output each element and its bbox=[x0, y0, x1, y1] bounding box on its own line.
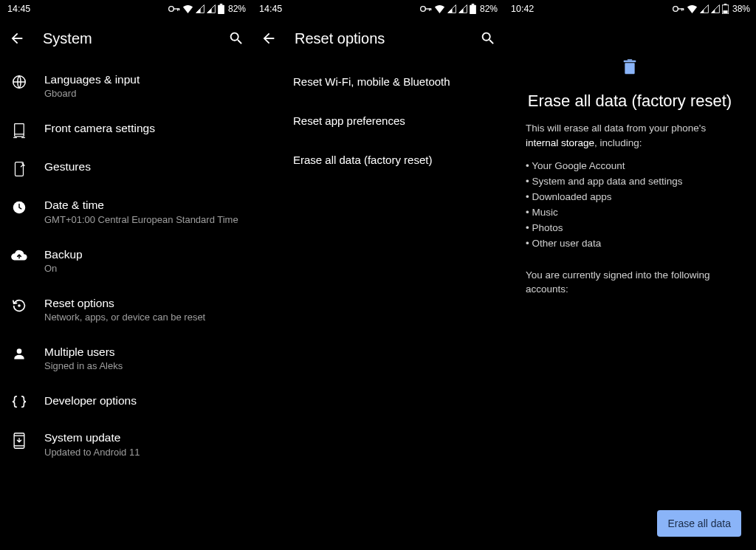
row-title: Languages & input bbox=[44, 72, 240, 86]
svg-rect-31 bbox=[625, 63, 634, 74]
screen-erase-all-data: 10:42 38% Erase all data (factory reset)… bbox=[504, 0, 756, 550]
signal-1-icon bbox=[447, 4, 456, 13]
row-languages-input[interactable]: Languages & input Gboard bbox=[0, 62, 252, 111]
person-icon bbox=[10, 345, 28, 361]
row-subtitle: Signed in as Aleks bbox=[44, 360, 240, 373]
battery-icon bbox=[218, 4, 224, 14]
erase-bullet: System and app data and settings bbox=[526, 174, 734, 190]
erase-bullet-list: Your Google Account System and app data … bbox=[524, 159, 735, 252]
erase-bullet: Your Google Account bbox=[526, 159, 734, 174]
svg-rect-26 bbox=[681, 8, 682, 10]
row-title: Reset options bbox=[44, 296, 240, 310]
row-title: Backup bbox=[44, 247, 240, 261]
back-button[interactable] bbox=[9, 30, 25, 47]
clock-icon bbox=[10, 198, 28, 216]
page-title: System bbox=[43, 30, 210, 47]
cloud-upload-icon bbox=[10, 247, 28, 262]
row-title: Erase all data (factory reset) bbox=[293, 154, 489, 166]
status-battery: 38% bbox=[732, 4, 750, 14]
svg-rect-2 bbox=[177, 8, 178, 10]
battery-icon bbox=[470, 4, 476, 14]
svg-rect-23 bbox=[472, 4, 475, 5]
wifi-icon bbox=[434, 4, 445, 13]
battery-icon bbox=[722, 4, 729, 14]
row-erase-all-data[interactable]: Erase all data (factory reset) bbox=[252, 140, 504, 179]
svg-rect-29 bbox=[724, 4, 727, 5]
wifi-icon bbox=[182, 4, 193, 13]
reset-options-list: Reset Wi-Fi, mobile & Bluetooth Reset ap… bbox=[252, 59, 504, 550]
svg-rect-22 bbox=[470, 5, 476, 14]
row-title: Front camera settings bbox=[44, 121, 240, 135]
svg-point-0 bbox=[169, 7, 174, 12]
row-reset-wifi-mobile-bt[interactable]: Reset Wi-Fi, mobile & Bluetooth bbox=[252, 62, 504, 101]
erase-bullet: Other user data bbox=[526, 236, 734, 252]
status-icons: 82% bbox=[168, 4, 246, 14]
back-button[interactable] bbox=[261, 30, 277, 47]
svg-point-14 bbox=[17, 348, 22, 354]
row-title: Reset Wi-Fi, mobile & Bluetooth bbox=[293, 75, 489, 88]
svg-rect-32 bbox=[624, 61, 636, 63]
status-icons: 38% bbox=[673, 4, 750, 14]
row-front-camera-settings[interactable]: Front camera settings bbox=[0, 111, 252, 149]
signal-1-icon bbox=[700, 4, 709, 13]
svg-rect-4 bbox=[218, 5, 224, 14]
row-developer-options[interactable]: Developer options bbox=[0, 383, 252, 420]
system-update-icon bbox=[10, 430, 28, 450]
row-title: Reset app preferences bbox=[293, 114, 489, 127]
erase-accounts-note: You are currently signed into the follow… bbox=[524, 268, 735, 297]
row-reset-app-preferences[interactable]: Reset app preferences bbox=[252, 101, 504, 140]
row-title: Developer options bbox=[44, 393, 240, 408]
erase-all-data-button[interactable]: Erase all data bbox=[657, 510, 741, 537]
row-subtitle: Updated to Android 11 bbox=[44, 447, 240, 459]
row-date-time[interactable]: Date & time GMT+01:00 Central European S… bbox=[0, 188, 252, 236]
signal-2-icon bbox=[207, 4, 216, 13]
svg-rect-11 bbox=[16, 162, 24, 176]
settings-list: Languages & input Gboard Front camera se… bbox=[0, 59, 252, 550]
svg-rect-33 bbox=[628, 59, 633, 61]
status-battery: 82% bbox=[480, 4, 498, 14]
svg-rect-30 bbox=[723, 10, 727, 13]
search-icon bbox=[480, 30, 496, 47]
status-battery: 82% bbox=[228, 4, 246, 14]
signal-2-icon bbox=[458, 4, 467, 13]
row-subtitle: Gboard bbox=[44, 88, 240, 100]
svg-rect-1 bbox=[173, 8, 179, 9]
app-bar: System bbox=[0, 18, 252, 59]
svg-rect-3 bbox=[179, 8, 179, 10]
search-button[interactable] bbox=[480, 30, 496, 47]
erase-bullet: Downloaded apps bbox=[526, 190, 734, 205]
svg-rect-20 bbox=[429, 8, 430, 10]
signal-2-icon bbox=[711, 4, 720, 13]
erase-description: This will erase all data from your phone… bbox=[524, 121, 735, 150]
row-title: Date & time bbox=[44, 198, 240, 212]
svg-rect-19 bbox=[425, 8, 431, 9]
svg-rect-21 bbox=[430, 8, 431, 10]
svg-point-18 bbox=[421, 7, 426, 12]
screen-reset-options: 14:45 82% Reset options Reset Wi-Fi, mob… bbox=[252, 0, 504, 550]
gesture-icon bbox=[10, 159, 28, 177]
erase-bullet: Photos bbox=[526, 221, 734, 236]
row-subtitle: On bbox=[44, 263, 240, 275]
search-icon bbox=[228, 30, 244, 47]
language-icon bbox=[10, 72, 28, 90]
row-reset-options[interactable]: Reset options Network, apps, or device c… bbox=[0, 286, 252, 334]
row-title: Gestures bbox=[44, 159, 240, 173]
restore-icon bbox=[10, 296, 28, 314]
arrow-back-icon bbox=[9, 30, 25, 47]
svg-rect-25 bbox=[678, 8, 684, 9]
status-bar: 10:42 38% bbox=[504, 0, 756, 18]
status-time: 14:45 bbox=[259, 4, 282, 14]
row-gestures[interactable]: Gestures bbox=[0, 149, 252, 188]
status-bar: 14:45 82% bbox=[0, 0, 252, 18]
svg-point-24 bbox=[673, 7, 678, 12]
camera-front-icon bbox=[10, 121, 28, 139]
search-button[interactable] bbox=[228, 30, 244, 47]
row-subtitle: GMT+01:00 Central European Standard Time bbox=[44, 214, 240, 227]
row-system-update[interactable]: System update Updated to Android 11 bbox=[0, 420, 252, 469]
row-multiple-users[interactable]: Multiple users Signed in as Aleks bbox=[0, 334, 252, 383]
erase-content: Erase all data (factory reset) This will… bbox=[504, 18, 756, 297]
status-icons: 82% bbox=[420, 4, 498, 14]
arrow-back-icon bbox=[261, 30, 277, 47]
row-backup[interactable]: Backup On bbox=[0, 237, 252, 286]
vpn-key-icon bbox=[420, 5, 432, 13]
